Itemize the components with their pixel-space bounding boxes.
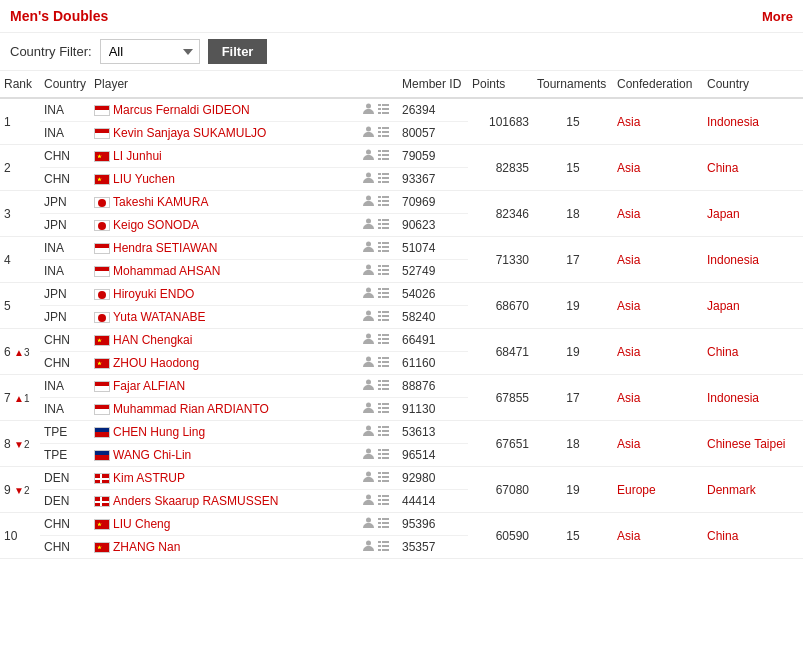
list-icon (377, 493, 390, 506)
svg-rect-127 (378, 518, 381, 520)
player-icons-cell (358, 191, 398, 214)
col-points: Points (468, 71, 533, 98)
col-confederation: Confederation (613, 71, 703, 98)
person-icon (362, 539, 375, 552)
player-name[interactable]: Hiroyuki ENDO (90, 283, 358, 306)
country-name[interactable]: Japan (703, 283, 803, 329)
player-name[interactable]: ★ LIU Yuchen (90, 168, 358, 191)
country-name[interactable]: China (703, 329, 803, 375)
svg-rect-113 (378, 472, 381, 474)
more-link[interactable]: More (762, 9, 793, 24)
country-filter-select[interactable]: All (100, 39, 200, 64)
rank-cell: 9 ▼2 (0, 467, 40, 513)
country-cell: CHN (40, 329, 90, 352)
player-name[interactable]: Muhammad Rian ARDIANTO (90, 398, 358, 421)
rank-change: ▲3 (14, 347, 29, 358)
country-name[interactable]: Indonesia (703, 375, 803, 421)
person-icon (362, 102, 375, 115)
member-id: 61160 (398, 352, 468, 375)
svg-rect-16 (382, 150, 389, 152)
player-name[interactable]: ★ ZHANG Nan (90, 536, 358, 559)
svg-rect-95 (382, 407, 389, 409)
player-name[interactable]: Marcus Fernaldi GIDEON (90, 98, 358, 122)
svg-rect-78 (378, 357, 381, 359)
person-icon (362, 332, 375, 345)
country-name[interactable]: China (703, 513, 803, 559)
player-name[interactable]: Kevin Sanjaya SUKAMULJO (90, 122, 358, 145)
svg-rect-136 (378, 545, 381, 547)
player-name[interactable]: ★ HAN Chengkai (90, 329, 358, 352)
confederation[interactable]: Asia (613, 375, 703, 421)
rank-number: 2 (4, 161, 11, 175)
rank-cell: 3 (0, 191, 40, 237)
svg-rect-48 (382, 250, 389, 252)
member-id: 90623 (398, 214, 468, 237)
player-name[interactable]: Hendra SETIAWAN (90, 237, 358, 260)
player-name[interactable]: Mohammad AHSAN (90, 260, 358, 283)
svg-point-7 (366, 127, 371, 132)
country-name[interactable]: Japan (703, 191, 803, 237)
country-name[interactable]: Indonesia (703, 98, 803, 145)
player-name[interactable]: ★ ZHOU Haodong (90, 352, 358, 375)
country-name[interactable]: Chinese Taipei (703, 421, 803, 467)
player-icons-cell (358, 329, 398, 352)
confederation[interactable]: Asia (613, 98, 703, 145)
member-id: 96514 (398, 444, 468, 467)
country-name[interactable]: Denmark (703, 467, 803, 513)
col-player: Player (90, 71, 398, 98)
svg-rect-69 (382, 319, 389, 321)
player-name[interactable]: WANG Chi-Lin (90, 444, 358, 467)
confederation[interactable]: Asia (613, 283, 703, 329)
confederation[interactable]: Asia (613, 145, 703, 191)
country-name[interactable]: China (703, 145, 803, 191)
svg-rect-38 (378, 223, 381, 225)
points: 60590 (468, 513, 533, 559)
svg-rect-74 (382, 338, 389, 340)
svg-rect-102 (382, 430, 389, 432)
svg-rect-138 (378, 549, 381, 551)
rank-number: 9 (4, 483, 11, 497)
player-icons-cell (358, 467, 398, 490)
flag-icon (94, 105, 110, 116)
player-name[interactable]: Anders Skaarup RASMUSSEN (90, 490, 358, 513)
flag-icon (94, 289, 110, 300)
country-cell: DEN (40, 467, 90, 490)
svg-rect-47 (378, 250, 381, 252)
confederation[interactable]: Asia (613, 329, 703, 375)
country-name[interactable]: Indonesia (703, 237, 803, 283)
svg-rect-23 (382, 173, 389, 175)
player-name[interactable]: CHEN Hung Ling (90, 421, 358, 444)
filter-button[interactable]: Filter (208, 39, 268, 64)
player-name[interactable]: ★ LI Junhui (90, 145, 358, 168)
confederation[interactable]: Asia (613, 191, 703, 237)
rank-number: 10 (4, 529, 17, 543)
member-id: 54026 (398, 283, 468, 306)
player-icons-cell (358, 536, 398, 559)
member-id: 80057 (398, 122, 468, 145)
player-name[interactable]: Takeshi KAMURA (90, 191, 358, 214)
player-name[interactable]: Keigo SONODA (90, 214, 358, 237)
flag-icon (94, 128, 110, 139)
flag-icon (94, 404, 110, 415)
member-id: 70969 (398, 191, 468, 214)
svg-point-105 (366, 449, 371, 454)
confederation[interactable]: Asia (613, 513, 703, 559)
member-id: 26394 (398, 98, 468, 122)
player-name[interactable]: ★ LIU Cheng (90, 513, 358, 536)
player-name[interactable]: Yuta WATANABE (90, 306, 358, 329)
confederation[interactable]: Europe (613, 467, 703, 513)
col-tournaments: Tournaments (533, 71, 613, 98)
player-name[interactable]: Kim ASTRUP (90, 467, 358, 490)
player-name[interactable]: Fajar ALFIAN (90, 375, 358, 398)
svg-rect-65 (382, 311, 389, 313)
svg-rect-86 (382, 380, 389, 382)
confederation[interactable]: Asia (613, 421, 703, 467)
col-country: Country (40, 71, 90, 98)
svg-point-56 (366, 288, 371, 293)
svg-rect-81 (382, 361, 389, 363)
confederation[interactable]: Asia (613, 237, 703, 283)
country-cell: CHN (40, 513, 90, 536)
svg-rect-96 (378, 411, 381, 413)
svg-rect-36 (378, 219, 381, 221)
svg-point-28 (366, 196, 371, 201)
